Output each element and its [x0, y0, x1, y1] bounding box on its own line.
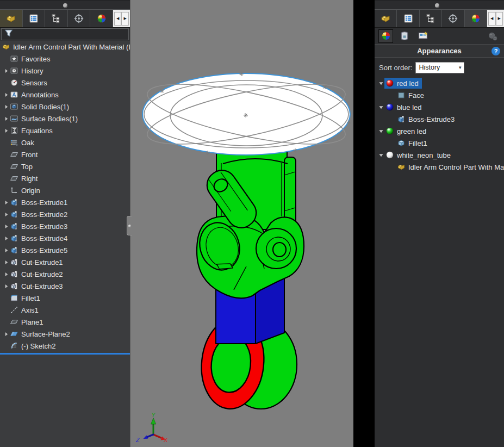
sort-order-dropdown[interactable]: History ▾ — [415, 62, 464, 73]
expand-arrow[interactable] — [3, 128, 10, 133]
feature-right[interactable]: Right — [0, 172, 130, 184]
appearance-label: blue led — [397, 104, 422, 111]
surface-plane-disc[interactable] — [142, 72, 351, 157]
expand-arrow[interactable] — [377, 129, 384, 134]
tab-featuremanager[interactable] — [0, 10, 23, 27]
feature-axis1[interactable]: Axis1 — [0, 304, 130, 316]
tab-displaymanager[interactable] — [465, 10, 487, 27]
origin-icon — [10, 186, 18, 195]
appearance-red-led[interactable]: red led — [375, 77, 504, 89]
tab-pane-arrows[interactable]: ◀▶ — [487, 10, 504, 27]
feature-cut-extrude1[interactable]: Cut-Extrude1 — [0, 256, 130, 268]
tab-displaymanager[interactable] — [90, 10, 113, 27]
feature-surface-bodies-1[interactable]: Surface Bodies(1) — [0, 113, 130, 125]
tab-dimxpertmanager[interactable] — [68, 10, 91, 27]
appearance-boss-extrude3[interactable]: Boss-Extrude3 — [375, 113, 504, 125]
feature-label: Boss-Extrude3 — [21, 223, 67, 230]
feature-boss-extrude3[interactable]: Boss-Extrude3 — [0, 220, 130, 232]
appearance-idler-arm-control-part-with-mat[interactable]: Idler Arm Control Part With Mat — [375, 161, 504, 173]
feature-solid-bodies-1[interactable]: Solid Bodies(1) — [0, 101, 130, 113]
help-button[interactable]: ? — [491, 47, 500, 55]
filter-input[interactable] — [16, 30, 126, 38]
right-panel-splitter-bar[interactable] — [375, 0, 504, 10]
tab-propertymanager[interactable] — [23, 10, 46, 27]
feature-boss-extrude2[interactable]: Boss-Extrude2 — [0, 208, 130, 220]
rollback-bar[interactable] — [0, 353, 130, 355]
feature-plane1[interactable]: Plane1 — [0, 316, 130, 328]
feature-annotations[interactable]: Annotations — [0, 89, 130, 101]
expand-arrow[interactable] — [3, 92, 10, 97]
expand-arrow[interactable] — [3, 200, 10, 205]
filter-box[interactable] — [1, 28, 129, 40]
expand-arrow[interactable] — [377, 81, 384, 86]
tab-configurationmanager[interactable] — [420, 10, 442, 27]
sphere-multi-icon — [381, 30, 391, 41]
expand-arrow[interactable] — [3, 69, 10, 73]
feature-cut-extrude2[interactable]: Cut-Extrude2 — [0, 268, 130, 280]
appearance-face[interactable]: Face — [375, 89, 504, 101]
expand-arrow[interactable] — [3, 224, 10, 229]
feature-cut-extrude3[interactable]: Cut-Extrude3 — [0, 280, 130, 292]
appearance-green-led[interactable]: green led — [375, 125, 504, 137]
expand-arrow[interactable] — [3, 260, 10, 265]
feature-history[interactable]: History — [0, 65, 130, 77]
triad-y-label: Y — [151, 412, 155, 418]
part-icon — [380, 13, 391, 24]
tab-pane-arrows[interactable]: ◀▶ — [113, 10, 130, 27]
expand-arrow[interactable] — [3, 116, 10, 121]
feature-label: Plane1 — [21, 319, 43, 326]
tab-propertymanager[interactable] — [397, 10, 419, 27]
expand-arrow[interactable] — [3, 284, 10, 289]
expand-arrow[interactable] — [377, 105, 384, 110]
model-boss[interactable] — [256, 228, 296, 269]
appearance-fillet1[interactable]: Fillet1 — [375, 137, 504, 149]
expand-arrow[interactable] — [377, 153, 384, 158]
expand-arrow[interactable] — [3, 104, 10, 109]
panel-title: Appearances — [417, 47, 462, 55]
feature-boss-extrude4[interactable]: Boss-Extrude4 — [0, 232, 130, 244]
feature-sensors[interactable]: Sensors — [0, 77, 130, 89]
feature-boss-extrude1[interactable]: Boss-Extrude1 — [0, 196, 130, 208]
view-decals-button[interactable] — [397, 29, 412, 43]
feature-root-idler-arm-control-part-with-material-def[interactable]: Idler Arm Control Part With Material (De… — [0, 41, 130, 53]
view-appearances-button[interactable] — [378, 29, 393, 43]
splitter-grip-dot[interactable] — [63, 3, 67, 8]
appearance-white-neon-tube[interactable]: white_neon_tube — [375, 149, 504, 161]
graphics-viewport[interactable]: Y X Z — [130, 0, 353, 447]
expand-arrow[interactable] — [3, 272, 10, 277]
viewport-canvas[interactable]: Y X Z — [130, 0, 353, 447]
tab-configurationmanager[interactable] — [45, 10, 68, 27]
feature-origin[interactable]: Origin — [0, 184, 130, 196]
feature-tree: Idler Arm Control Part With Material (De… — [0, 41, 130, 352]
feature-equations[interactable]: Equations — [0, 125, 130, 136]
splitter-grip-dot[interactable] — [435, 3, 439, 8]
feature-fillet1[interactable]: Fillet1 — [0, 292, 130, 304]
feature-oak[interactable]: Oak — [0, 136, 130, 148]
pane-left-arrow-icon[interactable]: ◀ — [488, 12, 496, 26]
tab-featuremanager[interactable] — [375, 10, 397, 27]
panel-collapse-handle[interactable] — [127, 216, 132, 235]
tab-dimxpertmanager[interactable] — [442, 10, 464, 27]
expand-arrow[interactable] — [3, 332, 10, 337]
part-icon — [2, 42, 10, 51]
left-panel-splitter-bar[interactable] — [0, 0, 130, 10]
feature-top[interactable]: Top — [0, 160, 130, 172]
appearance-blue-led[interactable]: blue led — [375, 101, 504, 113]
feature-boss-extrude5[interactable]: Boss-Extrude5 — [0, 244, 130, 256]
pane-left-arrow-icon[interactable]: ◀ — [114, 12, 122, 26]
pane-right-arrow-icon[interactable]: ▶ — [496, 12, 503, 26]
expand-arrow[interactable] — [3, 248, 10, 253]
material-icon — [10, 138, 18, 147]
feature-manager-panel: ◀▶ Idler Arm Control Part With Material … — [0, 0, 130, 447]
pane-right-arrow-icon[interactable]: ▶ — [121, 12, 129, 26]
view-scene-lights-button[interactable] — [415, 29, 430, 43]
feature-label: Right — [21, 175, 38, 182]
feature-sketch2[interactable]: (-) Sketch2 — [0, 340, 130, 352]
feature-surface-plane2[interactable]: Surface-Plane2 — [0, 328, 130, 340]
expand-arrow[interactable] — [3, 212, 10, 217]
render-tools-button[interactable] — [485, 29, 500, 43]
axis-icon — [10, 306, 18, 314]
feature-front[interactable]: Front — [0, 148, 130, 160]
expand-arrow[interactable] — [3, 236, 10, 241]
feature-favorites[interactable]: Favorites — [0, 53, 130, 65]
